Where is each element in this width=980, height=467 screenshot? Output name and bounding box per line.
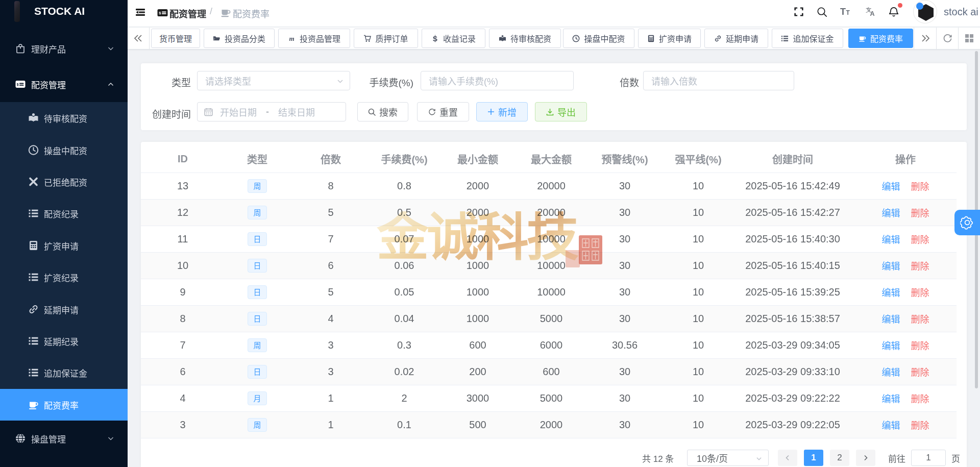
svg-text:T: T [846, 9, 850, 16]
svg-text:T: T [840, 7, 846, 16]
svg-text:m: m [289, 35, 294, 42]
svg-text:$: $ [17, 83, 19, 87]
svg-text:A: A [870, 10, 875, 17]
